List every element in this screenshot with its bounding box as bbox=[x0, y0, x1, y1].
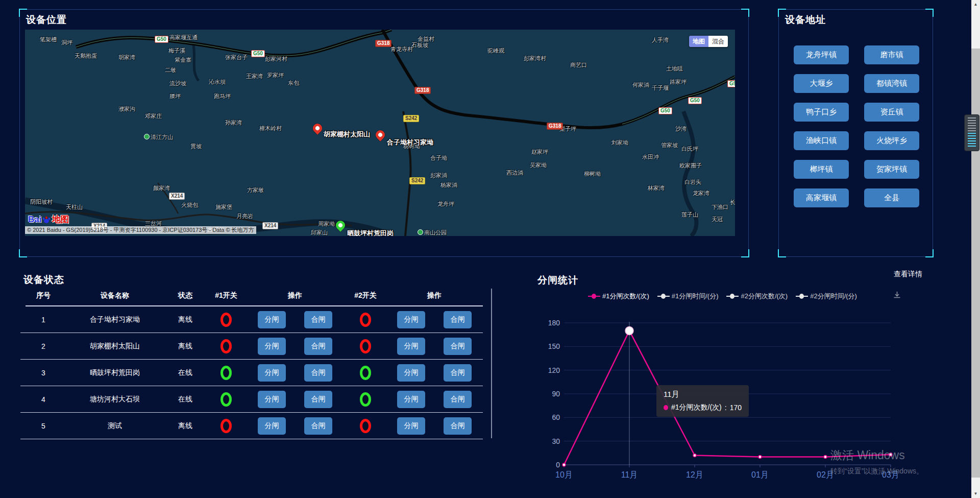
map-place-label: 彭家湾村 bbox=[524, 55, 546, 62]
legend-item[interactable]: #1分闸次数/(次) bbox=[588, 292, 649, 301]
close-switch-button[interactable]: 合闸 bbox=[304, 311, 332, 328]
table-column-header: 操作 bbox=[386, 291, 483, 300]
legend-dot bbox=[799, 294, 804, 299]
map-place-label: 长冲 bbox=[730, 199, 735, 206]
baidu-logo: Bai 地图 bbox=[28, 214, 69, 225]
address-button[interactable]: 全县 bbox=[864, 188, 919, 207]
map-pin-label: 晒鼓坪村荒田岗 bbox=[347, 229, 394, 236]
device-status: 在线 bbox=[163, 368, 207, 377]
open-switch-button[interactable]: 分闸 bbox=[397, 338, 425, 355]
address-button[interactable]: 贺家坪镇 bbox=[864, 160, 919, 179]
close-switch-button[interactable]: 合闸 bbox=[444, 311, 472, 328]
address-button[interactable]: 都镇湾镇 bbox=[864, 74, 919, 93]
open-switch-button[interactable]: 分闸 bbox=[258, 311, 286, 328]
download-icon[interactable] bbox=[893, 291, 901, 301]
address-button[interactable]: 磨市镇 bbox=[864, 45, 919, 64]
open-switch-button[interactable]: 分闸 bbox=[258, 364, 286, 382]
map-place-label: 龙舟坪 bbox=[437, 200, 454, 208]
address-button[interactable]: 榔坪镇 bbox=[794, 160, 849, 179]
open-switch-button[interactable]: 分闸 bbox=[258, 391, 286, 408]
switch2-indicator-red bbox=[360, 419, 371, 433]
frame-corner bbox=[925, 9, 934, 17]
address-button[interactable]: 火烧坪乡 bbox=[864, 131, 919, 150]
open-switch-button[interactable]: 分闸 bbox=[258, 338, 286, 355]
switch1-cell bbox=[207, 392, 245, 407]
stripe-top bbox=[968, 117, 976, 132]
map-place-label: 邓家庄 bbox=[145, 112, 162, 120]
switch2-indicator-green bbox=[360, 366, 371, 380]
legend-item[interactable]: #1分闸时间/(分) bbox=[657, 292, 719, 301]
x-axis-tick-label: 11月 bbox=[621, 470, 638, 479]
map-place-label: 西边淌 bbox=[506, 169, 523, 177]
close-switch-button[interactable]: 合闸 bbox=[444, 364, 472, 382]
table-column-header: 操作 bbox=[245, 291, 345, 300]
open-switch-button[interactable]: 分闸 bbox=[258, 417, 286, 435]
map-toggle-hybrid[interactable]: 混合 bbox=[708, 36, 728, 47]
map-place-label: 清江方山 bbox=[144, 133, 173, 141]
close-switch-button[interactable]: 合闸 bbox=[444, 391, 472, 408]
close-switch-button[interactable]: 合闸 bbox=[304, 417, 332, 435]
address-button[interactable]: 大堰乡 bbox=[794, 74, 849, 93]
road-badge-x214: X214 bbox=[262, 222, 278, 229]
map-place-label: 东包 bbox=[288, 79, 299, 87]
open-switch-button[interactable]: 分闸 bbox=[397, 391, 425, 408]
address-button[interactable]: 龙舟坪镇 bbox=[794, 45, 849, 64]
switch1-ops: 分闸合闸 bbox=[245, 417, 345, 435]
legend-item[interactable]: #2分闸时间/(分) bbox=[796, 292, 857, 301]
legend-marker bbox=[588, 294, 600, 299]
road-badge-g318: G318 bbox=[414, 87, 431, 94]
table-column-header: 序号 bbox=[20, 291, 66, 300]
map-place-label: 莲子山 bbox=[681, 211, 698, 219]
chart-panel-title: 分闸统计 bbox=[537, 274, 578, 287]
baidu-map[interactable]: 笔架槽洞坪天鹅抱蛋胡家湾高家堰互通梅子溪紫金寨二墩流沙坡沁水坝张家台子彭家河村王… bbox=[25, 30, 735, 236]
browser-scrollbar[interactable]: ▲ ▼ bbox=[971, 0, 980, 498]
road-badge-g50: G50 bbox=[658, 107, 672, 114]
switch2-ops: 分闸合闸 bbox=[386, 311, 483, 328]
map-place-label: 千子堰 bbox=[652, 84, 669, 92]
table-row: 2胡家棚村太阳山离线分闸合闸分闸合闸 bbox=[20, 333, 483, 360]
switch1-ops: 分闸合闸 bbox=[245, 364, 345, 382]
map-place-label: 濮家沟 bbox=[118, 105, 135, 113]
close-switch-button[interactable]: 合闸 bbox=[304, 364, 332, 382]
map-toggle-map[interactable]: 地图 bbox=[689, 36, 708, 47]
open-switch-button[interactable]: 分闸 bbox=[397, 364, 425, 382]
x-axis-tick-label: 12月 bbox=[686, 470, 703, 479]
open-switch-button[interactable]: 分闸 bbox=[397, 417, 425, 435]
address-button[interactable]: 资丘镇 bbox=[864, 103, 919, 122]
baidu-logo-map-word: 地图 bbox=[52, 214, 69, 225]
map-place-label: 沁水坝 bbox=[209, 78, 226, 86]
address-button[interactable]: 渔峡口镇 bbox=[794, 131, 849, 150]
x-axis-tick-label: 01月 bbox=[751, 470, 769, 479]
close-switch-button[interactable]: 合闸 bbox=[444, 338, 472, 355]
map-place-label: 方家墩 bbox=[247, 186, 264, 194]
view-details-link[interactable]: 查看详情 bbox=[894, 270, 922, 279]
switch2-ops: 分闸合闸 bbox=[386, 338, 483, 355]
open-switch-button[interactable]: 分闸 bbox=[397, 311, 425, 328]
switch1-cell bbox=[207, 366, 245, 380]
table-row: 1合子坳村习家坳离线分闸合闸分闸合闸 bbox=[20, 306, 483, 333]
switch1-cell bbox=[207, 313, 245, 327]
legend-marker bbox=[657, 294, 670, 299]
row-index: 3 bbox=[20, 369, 66, 377]
map-place-label: 樟木岭村 bbox=[259, 125, 282, 132]
legend-item[interactable]: #2分闸次数/(次) bbox=[726, 292, 788, 301]
close-switch-button[interactable]: 合闸 bbox=[304, 391, 332, 408]
striped-scroll-indicator[interactable] bbox=[964, 114, 979, 151]
close-switch-button[interactable]: 合闸 bbox=[304, 338, 332, 355]
legend-label: #1分闸时间/(分) bbox=[672, 292, 719, 301]
close-switch-button[interactable]: 合闸 bbox=[444, 417, 472, 435]
map-place-label: 洞坪 bbox=[61, 39, 72, 46]
map-place-label: 欧家圈子 bbox=[679, 162, 702, 170]
device-status: 在线 bbox=[163, 395, 207, 404]
frame-corner bbox=[741, 249, 749, 257]
map-place-label: 土地咀 bbox=[666, 65, 683, 73]
address-button[interactable]: 高家堰镇 bbox=[794, 188, 849, 207]
map-place-label: 高家堰互通 bbox=[169, 34, 198, 41]
map-place-label: 林家湾 bbox=[648, 184, 665, 192]
scroll-down-arrow[interactable]: ▼ bbox=[971, 489, 980, 498]
switch2-indicator-red bbox=[360, 339, 371, 353]
scrollbar-thumb[interactable] bbox=[971, 49, 980, 478]
address-button[interactable]: 鸭子口乡 bbox=[794, 103, 849, 122]
switch1-ops: 分闸合闸 bbox=[245, 311, 345, 328]
scroll-up-arrow[interactable]: ▲ bbox=[971, 0, 980, 9]
